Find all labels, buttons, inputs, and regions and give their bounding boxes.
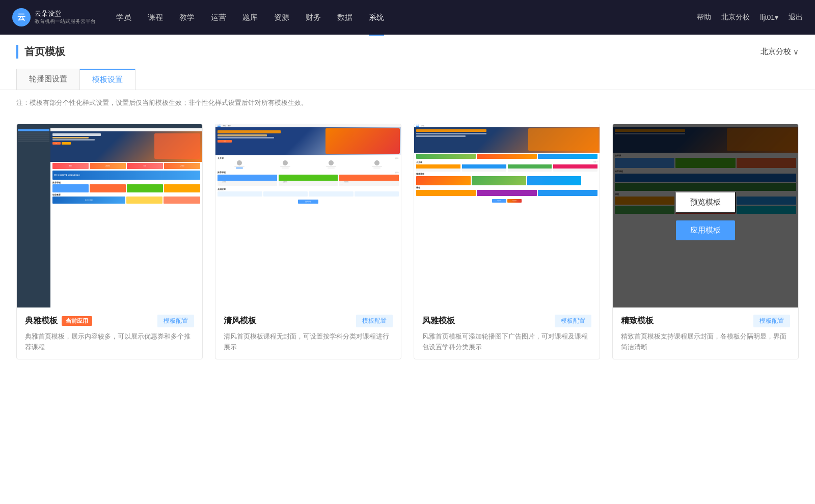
template-config-btn-1[interactable]: 模板配置	[157, 315, 194, 327]
template-desc-3: 风雅首页模板可添加轮播图下广告图片，可对课程及课程包设置学科分类展示	[422, 331, 591, 353]
logo-icon: 云	[12, 8, 31, 26]
template-name-1: 典雅模板 当前应用	[25, 316, 92, 326]
template-preview-1: ¥30 ¥30 +¥200 ¥30	[17, 124, 202, 307]
page-header: 首页模板 北京分校 ∨	[0, 35, 815, 59]
page-branch-selector[interactable]: 北京分校 ∨	[760, 47, 799, 57]
template-card-3: 首页 课程	[414, 124, 600, 359]
current-badge: 当前应用	[62, 316, 92, 326]
nav-logout[interactable]: 退出	[789, 13, 803, 22]
tab-bar: 轮播图设置 模板设置	[0, 59, 815, 90]
nav-item-student[interactable]: 学员	[116, 11, 131, 24]
apply-template-btn-4[interactable]: 应用模板	[676, 220, 735, 240]
nav-left: 云 云朵设堂 教育机构一站式服务云平台 学员 课程 教学 运营 题库 资源 财务…	[12, 8, 384, 26]
nav-item-question[interactable]: 题库	[242, 11, 258, 24]
nav-user[interactable]: lljt01▾	[760, 13, 778, 21]
main-page: 首页模板 北京分校 ∨ 轮播图设置 模板设置 注：模板有部分个性化样式设置，设置…	[0, 35, 815, 504]
template-desc-2: 清风首页模板课程无封面，可设置按学科分类对课程进行展示	[224, 331, 393, 353]
template-desc-4: 精致首页模板支持课程展示封面，各模板分隔明显，界面简洁清晰	[621, 331, 790, 353]
template-preview-3: 首页 课程	[414, 124, 600, 307]
logo: 云 云朵设堂 教育机构一站式服务云平台	[12, 8, 96, 26]
template-card-1: ¥30 ¥30 +¥200 ¥30	[16, 124, 203, 359]
nav-item-data[interactable]: 数据	[337, 11, 352, 24]
template-card-2: 首页 课程 教师 立即	[215, 124, 401, 359]
chevron-down-icon: ∨	[793, 47, 799, 57]
template-grid: ¥30 ¥30 +¥200 ¥30	[0, 116, 815, 380]
template-footer-2: 清风模板 模板配置 清风首页模板课程无封面，可设置按学科分类对课程进行展示	[215, 307, 401, 359]
note-text: 注：模板有部分个性化样式设置，设置后仅当前模板生效；非个性化样式设置后针对所有模…	[0, 90, 815, 116]
nav-item-resource[interactable]: 资源	[274, 11, 289, 24]
nav-help[interactable]: 帮助	[697, 13, 711, 22]
template-footer-3: 风雅模板 模板配置 风雅首页模板可添加轮播图下广告图片，可对课程及课程包设置学科…	[414, 307, 600, 359]
template-name-4: 精致模板	[621, 316, 654, 326]
template-name-row-4: 精致模板 模板配置	[621, 315, 790, 327]
navbar: 云 云朵设堂 教育机构一站式服务云平台 学员 课程 教学 运营 题库 资源 财务…	[0, 0, 815, 35]
nav-item-finance[interactable]: 财务	[306, 11, 321, 24]
page-title: 首页模板	[16, 45, 65, 59]
nav-branch[interactable]: 北京分校	[721, 13, 750, 22]
template-name-row-2: 清风模板 模板配置	[224, 315, 393, 327]
preview-template-btn-4[interactable]: 预览模板	[675, 191, 736, 213]
nav-item-operation[interactable]: 运营	[211, 11, 226, 24]
nav-item-teaching[interactable]: 教学	[179, 11, 195, 24]
nav-item-course[interactable]: 课程	[148, 11, 163, 24]
template-name-row-3: 风雅模板 模板配置	[422, 315, 591, 327]
nav-item-system[interactable]: 系统	[369, 11, 384, 24]
template-name-2: 清风模板	[224, 316, 256, 326]
template-footer-1: 典雅模板 当前应用 模板配置 典雅首页模板，展示内容较多，可以展示优惠券和多个推…	[17, 307, 202, 359]
template-config-btn-4[interactable]: 模板配置	[753, 315, 790, 327]
template-overlay-4: 预览模板 应用模板	[613, 124, 798, 307]
template-footer-4: 精致模板 模板配置 精致首页模板支持课程展示封面，各模板分隔明显，界面简洁清晰	[613, 307, 798, 359]
template-config-btn-3[interactable]: 模板配置	[555, 315, 591, 327]
tab-template[interactable]: 模板设置	[79, 69, 135, 90]
nav-menu: 学员 课程 教学 运营 题库 资源 财务 数据 系统	[116, 11, 384, 24]
template-card-4: 公开课 推荐课程 课程	[612, 124, 799, 359]
tab-carousel[interactable]: 轮播图设置	[16, 69, 80, 90]
nav-right: 帮助 北京分校 lljt01▾ 退出	[697, 13, 803, 22]
template-name-row-1: 典雅模板 当前应用 模板配置	[25, 315, 194, 327]
template-preview-2: 首页 课程 教师 立即	[215, 124, 401, 307]
template-config-btn-2[interactable]: 模板配置	[356, 315, 393, 327]
logo-text: 云朵设堂 教育机构一站式服务云平台	[35, 10, 96, 25]
template-preview-4: 公开课 推荐课程 课程	[613, 124, 798, 307]
template-name-3: 风雅模板	[422, 316, 455, 326]
template-desc-1: 典雅首页模板，展示内容较多，可以展示优惠券和多个推荐课程	[25, 331, 194, 353]
